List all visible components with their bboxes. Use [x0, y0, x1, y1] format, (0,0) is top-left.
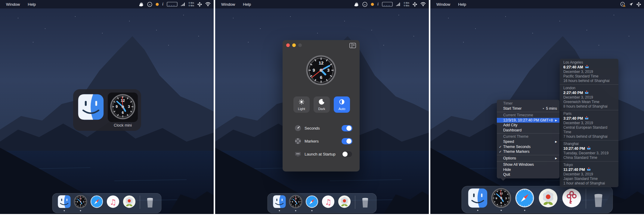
dock-item-clock[interactable]: 12369: [289, 195, 302, 211]
add-to-dashboard-icon[interactable]: [587, 167, 591, 172]
wifi-icon[interactable]: [205, 2, 211, 6]
dock-item-flower[interactable]: [338, 195, 351, 211]
menu-item-add-city[interactable]: Add City: [497, 123, 559, 128]
dock-item-trash[interactable]: [144, 196, 156, 211]
menu-item-dashboard[interactable]: Dashboard: [497, 128, 559, 133]
battery-box-icon[interactable]: [167, 2, 178, 7]
world-clock-london[interactable]: London2:27:40 PMDecember 3, 2019Greenwic…: [560, 84, 618, 110]
app-switcher-clock-mini[interactable]: 12369: [108, 93, 138, 122]
theme-button-auto[interactable]: Auto: [334, 96, 350, 113]
dock-item-music[interactable]: ♫: [322, 195, 335, 211]
dock-item-clock[interactable]: 12369: [491, 188, 511, 211]
hand-icon[interactable]: [139, 2, 144, 7]
dock-item-finder[interactable]: [273, 195, 286, 211]
app-switcher-label: Clock mini: [114, 123, 132, 127]
location-arrow-icon[interactable]: [629, 2, 633, 6]
info-icon[interactable]: i: [377, 2, 379, 7]
menu-item-start-timer[interactable]: Start Timer▸5 mins: [497, 106, 559, 111]
status-dot-icon[interactable]: [156, 3, 159, 6]
dock-item-flower[interactable]: [123, 195, 136, 211]
hand-icon[interactable]: [354, 2, 359, 7]
toggle-seconds[interactable]: [342, 125, 352, 131]
menu-title-window[interactable]: Window: [221, 2, 235, 7]
battery-box-icon[interactable]: [382, 2, 393, 7]
second-hand-icon: [295, 125, 302, 131]
menu-item-quit[interactable]: Quit: [497, 172, 559, 177]
city-date: December 3, 2019: [563, 172, 615, 177]
creative-cloud-warning-icon[interactable]: ∞: [620, 2, 626, 7]
menu-item-show-all-windows[interactable]: Show All Windows: [497, 162, 559, 167]
status-dot-icon[interactable]: [371, 3, 374, 6]
city-date: December 3, 2019: [563, 70, 615, 74]
dock-item-safari[interactable]: [515, 188, 535, 211]
wifi-icon[interactable]: [420, 2, 426, 6]
add-to-dashboard-icon[interactable]: [585, 65, 589, 70]
dock-item-trash[interactable]: [359, 196, 371, 211]
svg-text:3: 3: [505, 197, 507, 200]
world-clock-tokyo[interactable]: Tokyo11:27:40 PMDecember 3, 2019Japan St…: [560, 161, 618, 187]
dock-item-trash[interactable]: [590, 192, 607, 211]
world-clock-paris[interactable]: Paris3:27:40 PMDecember 3, 2019Central E…: [560, 110, 618, 140]
menu-item-speed[interactable]: Speed▶: [497, 139, 559, 144]
dock-item-keys[interactable]: [562, 188, 582, 211]
clock-mini-window: 12369 LightDarkAuto SecondsMarkersLaunch…: [283, 40, 360, 171]
dock-item-finder[interactable]: [58, 195, 71, 211]
menu-title-window[interactable]: Window: [6, 2, 20, 7]
menu-item-12-3-19-10-27-40-pm-gmt-8[interactable]: 12/3/19, 10:27:40 PM GMT+8▶: [497, 118, 559, 123]
city-date: December 3, 2019: [563, 121, 615, 125]
world-clock-los-angeles[interactable]: Los Angeles6:27:40 AMDecember 3, 2019Pac…: [560, 59, 618, 84]
menu-item-theme-markers[interactable]: ✓Theme Markers: [497, 149, 559, 154]
menu-item-theme-seconds[interactable]: ✓Theme Seconds: [497, 144, 559, 149]
minimize-button[interactable]: [292, 43, 296, 47]
theme-button-light[interactable]: Light: [293, 96, 310, 113]
dock-item-flower[interactable]: [538, 188, 558, 211]
screenshot-strip: WindowHelp ∞i0 B/s0 B/s 12369 Clock mini…: [0, 0, 644, 214]
menu-item-label: Hide: [503, 168, 557, 172]
add-to-dashboard-icon[interactable]: [585, 90, 589, 95]
startup-display-icon: [295, 151, 302, 157]
menu-title-help[interactable]: Help: [243, 2, 251, 7]
network-rates[interactable]: 0 B/s0 B/s: [189, 2, 194, 7]
move-arrows-icon[interactable]: [636, 2, 641, 7]
menu-item-detail: ▸5 mins: [543, 106, 557, 111]
theme-button-dark[interactable]: Dark: [314, 96, 330, 113]
menu-title-help[interactable]: Help: [28, 2, 36, 7]
toggle-knob: [342, 152, 348, 157]
safari-icon: [515, 188, 535, 209]
traffic-lights: [286, 43, 302, 47]
move-arrows-icon[interactable]: [197, 2, 202, 7]
city-name: Shanghai: [563, 142, 615, 146]
svg-text:3: 3: [327, 68, 330, 73]
svg-text:∞: ∞: [364, 3, 366, 6]
add-to-dashboard-icon[interactable]: [587, 146, 591, 151]
dock-item-finder[interactable]: [468, 188, 488, 211]
add-to-dashboard-icon[interactable]: [585, 116, 589, 121]
app-switcher-finder[interactable]: [76, 93, 105, 123]
creative-cloud-icon[interactable]: ∞: [362, 2, 367, 7]
move-arrows-icon[interactable]: [413, 2, 417, 7]
menu-section: Current ThemeSpeed▶✓Theme Seconds✓Theme …: [497, 133, 559, 155]
menu-title-window[interactable]: Window: [436, 2, 450, 7]
menu-item-options[interactable]: Options▶: [497, 156, 559, 161]
signal-bars-icon[interactable]: [181, 2, 185, 6]
svg-text:6: 6: [500, 201, 502, 204]
dock-item-safari[interactable]: [90, 195, 104, 211]
close-button[interactable]: [286, 43, 290, 47]
network-rates[interactable]: 0 B/s0 B/s: [404, 2, 409, 7]
menu-bar-status: ∞i0 B/s0 B/s: [354, 2, 429, 7]
setting-row-launch-at-startup: Launch at Startup: [295, 150, 352, 158]
info-icon[interactable]: i: [162, 2, 163, 7]
menu-title-help[interactable]: Help: [458, 2, 466, 7]
toggle-markers[interactable]: [342, 138, 352, 144]
world-clock-shanghai[interactable]: Shanghai10:27:40 PMTuesday, December 3, …: [560, 140, 618, 161]
signal-bars-icon[interactable]: [396, 2, 401, 6]
menu-item-hide[interactable]: Hide: [497, 167, 559, 172]
dock-item-music[interactable]: ♫: [107, 195, 120, 211]
dock-item-clock[interactable]: 12369: [74, 195, 87, 211]
toggle-launch-at-startup[interactable]: [342, 151, 352, 157]
music-icon: ♫: [322, 195, 335, 209]
dock-item-safari[interactable]: [305, 195, 319, 211]
creative-cloud-icon[interactable]: ∞: [147, 2, 152, 7]
svg-text:6: 6: [320, 75, 322, 80]
sidebar-toggle-icon[interactable]: [349, 43, 356, 49]
